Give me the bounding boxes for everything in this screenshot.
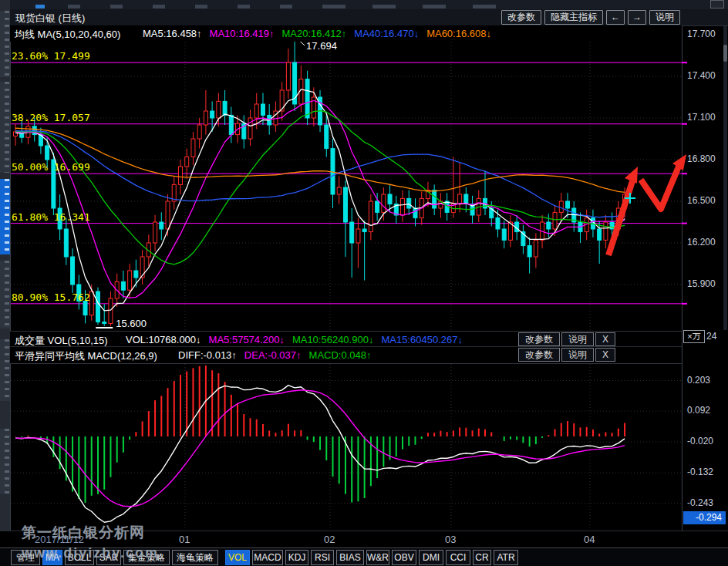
tab-ATR[interactable]: ATR	[494, 550, 518, 565]
sidebar-tab[interactable]	[0, 429, 10, 494]
sidebar-tab[interactable]	[0, 11, 10, 77]
price-axis-label: 17.400	[687, 70, 716, 81]
close-button[interactable]: X	[595, 348, 615, 362]
toolbar-icon[interactable]	[35, 5, 45, 8]
tab-VOL[interactable]: VOL	[225, 550, 250, 565]
tab-CCI[interactable]: CCI	[446, 550, 470, 565]
tab-KDJ[interactable]: KDJ	[285, 550, 308, 565]
fib-level-label: 38.20% 17.057	[12, 112, 90, 123]
tab-CR[interactable]: CR	[473, 550, 491, 565]
candle-body	[229, 115, 233, 134]
candle-body	[598, 229, 602, 240]
candle-body	[407, 198, 411, 208]
titlebar-buttons: 改参数隐藏主指标←→说明	[501, 10, 680, 25]
candle-body	[185, 157, 189, 167]
tab-OBV[interactable]: OBV	[392, 550, 416, 565]
toolbar-icon[interactable]	[322, 5, 345, 8]
toolbar-icon[interactable]	[238, 5, 250, 8]
macd-values: DIFF:-0.013↑DEA:-0.037↑MACD:0.048↑	[178, 349, 379, 361]
candle-body	[356, 229, 360, 243]
tab-W&R[interactable]: W&R	[366, 550, 389, 565]
close-button[interactable]: X	[595, 332, 615, 346]
tab-BIAS[interactable]: BIAS	[336, 550, 364, 565]
tab-SAR[interactable]: SAR	[96, 550, 121, 565]
candle-body	[388, 194, 392, 204]
indicator-tab-bar: 管理MABOLLSAR集金策略海龟策略VOLMACDKDJRSIBIASW&RO…	[0, 547, 728, 566]
ma_header-value: MA5:16.458↑	[143, 28, 202, 39]
chart-canvas[interactable]: 17.69415.600	[0, 0, 728, 566]
macd-axis-label: 0.092	[687, 405, 710, 416]
tab-MA[interactable]: MA	[42, 550, 62, 565]
candle-body	[559, 201, 563, 212]
candle-body	[305, 79, 309, 118]
sidebar-tab[interactable]	[0, 261, 10, 328]
candle-body	[527, 246, 531, 257]
toolbar-button[interactable]	[710, 0, 724, 8]
ma60-line	[15, 128, 625, 192]
macd-axis-label: -0.020	[687, 436, 713, 446]
macd-title: 平滑异同平均线 MACD(12,26,9)	[15, 349, 157, 363]
candle-body	[413, 208, 417, 218]
ma-values: MA5:16.458↑MA10:16.419↑MA20:16.412↑MA40:…	[143, 28, 499, 39]
candle-body	[211, 111, 214, 118]
sidebar-tab[interactable]	[0, 82, 10, 173]
low-price-label: 15.600	[116, 318, 147, 329]
help-button[interactable]: 说明	[649, 10, 680, 25]
toolbar-icon[interactable]	[423, 5, 446, 8]
candle-body	[96, 291, 99, 322]
price-axis-label: 15.900	[687, 278, 716, 289]
symbol-title: 现货白银 (日线)	[15, 12, 85, 25]
toolbar-icon[interactable]	[280, 5, 292, 8]
tab-海龟策略[interactable]: 海龟策略	[172, 550, 218, 565]
macd_header-value: DEA:-0.037↑	[244, 349, 302, 361]
arrow-left-button[interactable]: ←	[606, 10, 625, 25]
tab-DMI[interactable]: DMI	[419, 550, 443, 565]
toolbar-icon[interactable]	[68, 5, 80, 8]
modify-params-button[interactable]: 改参数	[518, 332, 560, 346]
toolbar-icon[interactable]	[372, 5, 396, 8]
price-axis-label: 16.200	[687, 237, 716, 248]
hide-main-indicator-button[interactable]: 隐藏主指标	[544, 10, 603, 25]
candle-body	[458, 194, 462, 204]
volume-axis-top-value: 24	[706, 331, 716, 342]
help-button[interactable]: 说明	[561, 332, 594, 346]
month-label: 04	[584, 534, 595, 545]
toolbar-icon[interactable]	[110, 5, 123, 8]
candle-body	[64, 229, 68, 257]
macd-diff-line	[15, 386, 625, 523]
toolbar-icon[interactable]	[153, 5, 165, 8]
help-button[interactable]: 说明	[561, 348, 594, 362]
fib-level-label: 50.00% 16.699	[12, 161, 90, 173]
volume-header-buttons: 改参数说明X	[518, 332, 615, 346]
candle-body	[166, 201, 170, 229]
volume_header-value: MA5:57574.200↓	[209, 334, 285, 345]
sidebar-tab-active[interactable]	[0, 179, 10, 254]
ma_header-value: MA60:16.608↓	[426, 28, 491, 39]
modify-params-button[interactable]: 改参数	[501, 10, 541, 25]
candle-body	[401, 198, 405, 215]
candle-body	[204, 111, 207, 125]
candle-body	[502, 229, 506, 240]
candle-body	[89, 291, 93, 315]
left-sidebar	[0, 0, 11, 531]
toolbar-icon[interactable]	[473, 5, 496, 8]
toolbar-icon[interactable]	[195, 5, 207, 8]
ma_header-value: MA40:16.470↓	[354, 28, 419, 39]
tab-MACD[interactable]: MACD	[252, 550, 283, 565]
candle-body	[261, 104, 265, 115]
first-date-label: 2017/11/12	[35, 534, 84, 545]
fib-level-label: 61.80% 16.341	[12, 211, 90, 223]
tab-集金策略[interactable]: 集金策略	[123, 550, 170, 565]
tab-BOLL[interactable]: BOLL	[65, 550, 94, 565]
price-axis-label: 16.500	[687, 195, 716, 206]
tab-RSI[interactable]: RSI	[311, 550, 334, 565]
candle-body	[121, 281, 125, 290]
tab-管理[interactable]: 管理	[11, 550, 40, 565]
trend-arrow-head-1	[625, 167, 638, 184]
modify-params-button[interactable]: 改参数	[518, 348, 560, 362]
ma20-line	[15, 111, 625, 264]
sidebar-tab[interactable]	[0, 339, 10, 401]
arrow-right-button[interactable]: →	[628, 10, 646, 25]
candle-body	[343, 187, 347, 222]
candle-body	[46, 146, 49, 160]
